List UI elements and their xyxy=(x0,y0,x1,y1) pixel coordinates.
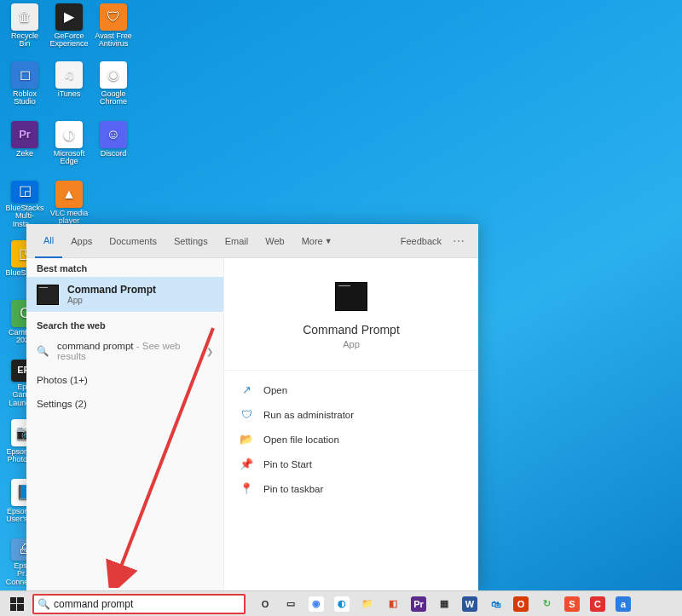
command-prompt-icon xyxy=(37,285,59,305)
pr-icon: Pr xyxy=(11,121,38,148)
explorer-icon: 📁 xyxy=(360,596,375,612)
a-icon: a xyxy=(616,596,631,612)
desktop-icon-rblx[interactable]: ◻Roblox Studio xyxy=(5,61,44,109)
taskbar-cortana-button[interactable]: O xyxy=(252,591,278,617)
action-icon: ↗ xyxy=(240,383,253,396)
search-icon: 🔍 xyxy=(37,345,49,357)
taskbar-search-box[interactable]: 🔍 xyxy=(32,594,246,614)
search-icon: 🔍 xyxy=(38,598,50,610)
desktop-icon-bs[interactable]: ◲BlueStacks Multi-Insta… xyxy=(5,181,44,228)
calc-icon: ▦ xyxy=(436,596,452,612)
result-group[interactable]: Photos (1+) xyxy=(26,368,223,392)
tab-apps[interactable]: Apps xyxy=(62,224,101,258)
taskbar-premiere-button[interactable]: Pr xyxy=(406,591,431,617)
tab-all[interactable]: All xyxy=(35,224,62,258)
snagit-icon: S xyxy=(564,596,580,612)
desktop-icon-nv[interactable]: ▶GeForce Experience xyxy=(49,3,89,51)
svg-rect-3 xyxy=(10,604,16,611)
search-input[interactable] xyxy=(54,598,240,610)
chevron-down-icon: ▼ xyxy=(325,237,332,245)
camtasia-icon: ↻ xyxy=(539,596,554,612)
tab-more[interactable]: More ▼ xyxy=(293,224,341,258)
chr-icon: ◉ xyxy=(100,61,127,89)
svg-rect-1 xyxy=(10,597,16,603)
desktop-icon-itn[interactable]: ♫iTunes xyxy=(49,61,89,109)
itn-icon: ♫ xyxy=(55,61,83,89)
nv-icon: ▶ xyxy=(55,3,83,31)
taskbar-word-button[interactable]: W xyxy=(457,591,483,617)
taskbar: 🔍 O▭◉◐📁◧Pr▦W🛍O↻SCa xyxy=(0,590,682,616)
desktop-icon-vlc[interactable]: ▲VLC media player xyxy=(49,181,89,228)
preview-subtitle: App xyxy=(343,339,360,349)
search-results-panel: AllAppsDocumentsSettingsEmailWebMore ▼ F… xyxy=(26,224,478,590)
action-icon: 📂 xyxy=(240,433,253,446)
desktop-icon-edg[interactable]: ◐Microsoft Edge xyxy=(49,121,89,169)
search-tabs: AllAppsDocumentsSettingsEmailWebMore ▼ F… xyxy=(26,224,478,258)
bin-icon: 🗑 xyxy=(11,3,38,31)
tab-email[interactable]: Email xyxy=(217,224,257,258)
result-group[interactable]: Settings (2) xyxy=(26,392,223,416)
desktop-icon-pr[interactable]: PrZeke xyxy=(5,121,44,169)
taskbar-chrome-button[interactable]: ◉ xyxy=(303,591,329,617)
rblx-icon: ◻ xyxy=(11,61,38,89)
store-icon: 🛍 xyxy=(488,596,503,612)
taskbar-snagit-button[interactable]: S xyxy=(559,591,585,617)
c-icon: C xyxy=(590,596,605,612)
av-icon: 🛡 xyxy=(100,3,127,31)
taskbar-camtasia-button[interactable]: ↻ xyxy=(534,591,559,617)
svg-rect-4 xyxy=(17,604,24,611)
command-prompt-icon xyxy=(335,282,367,311)
best-match-command-prompt[interactable]: Command Prompt App xyxy=(26,277,223,312)
taskbar-explorer-button[interactable]: 📁 xyxy=(355,591,380,617)
action-icon: 📌 xyxy=(240,458,253,470)
dsc-icon: ☺ xyxy=(100,121,127,148)
taskbar-store-button[interactable]: 🛍 xyxy=(483,591,508,617)
search-web-label: Search the web xyxy=(26,312,223,334)
preview-title: Command Prompt xyxy=(303,323,400,337)
taskview-icon: ▭ xyxy=(283,596,298,612)
taskbar-office-button[interactable]: ◧ xyxy=(380,591,406,617)
best-match-label: Best match xyxy=(26,258,223,277)
action-icon: 📍 xyxy=(240,482,253,495)
action-open-file-location[interactable]: 📂Open file location xyxy=(224,427,478,452)
office-icon: ◧ xyxy=(385,596,401,612)
action-pin-to-start[interactable]: 📌Pin to Start xyxy=(224,452,478,476)
desktop-icon-dsc[interactable]: ☺Discord xyxy=(94,121,133,169)
action-pin-to-taskbar[interactable]: 📍Pin to taskbar xyxy=(224,476,478,501)
taskbar-c-button[interactable]: C xyxy=(585,591,610,617)
desktop-icon-bin[interactable]: 🗑Recycle Bin xyxy=(5,3,44,51)
preview-pane: Command Prompt App ↗Open🛡Run as administ… xyxy=(223,258,478,590)
taskbar-office2-button[interactable]: O xyxy=(508,591,534,617)
tab-web[interactable]: Web xyxy=(257,224,292,258)
bs-icon: ◲ xyxy=(11,181,38,203)
desktop-icon-chr[interactable]: ◉Google Chrome xyxy=(94,61,133,109)
action-run-as-administrator[interactable]: 🛡Run as administrator xyxy=(224,402,478,427)
action-open[interactable]: ↗Open xyxy=(224,377,478,402)
action-icon: 🛡 xyxy=(240,408,253,421)
taskbar-calc-button[interactable]: ▦ xyxy=(431,591,457,617)
windows-icon xyxy=(10,597,24,611)
best-match-title: Command Prompt xyxy=(67,284,156,296)
premiere-icon: Pr xyxy=(411,596,426,612)
chevron-right-icon: ❯ xyxy=(206,347,213,356)
best-match-subtitle: App xyxy=(67,296,156,305)
more-options-icon[interactable]: ⋯ xyxy=(448,234,470,248)
office2-icon: O xyxy=(513,596,529,612)
taskbar-edge-button[interactable]: ◐ xyxy=(329,591,355,617)
chrome-icon: ◉ xyxy=(309,596,324,612)
web-result-command-prompt[interactable]: 🔍 command prompt - See web results ❯ xyxy=(26,334,223,368)
edge-icon: ◐ xyxy=(334,596,350,612)
edg-icon: ◐ xyxy=(55,121,83,148)
feedback-link[interactable]: Feedback xyxy=(394,236,448,246)
word-icon: W xyxy=(462,596,477,612)
tab-documents[interactable]: Documents xyxy=(101,224,165,258)
results-list: Best match Command Prompt App Search the… xyxy=(26,258,223,590)
tab-settings[interactable]: Settings xyxy=(165,224,217,258)
taskbar-taskview-button[interactable]: ▭ xyxy=(278,591,303,617)
svg-rect-2 xyxy=(17,597,24,603)
start-button[interactable] xyxy=(3,591,31,617)
cortana-icon: O xyxy=(257,596,273,612)
desktop-icon-av[interactable]: 🛡Avast Free Antivirus xyxy=(94,3,133,51)
vlc-icon: ▲ xyxy=(55,181,83,208)
taskbar-a-button[interactable]: a xyxy=(610,591,636,617)
